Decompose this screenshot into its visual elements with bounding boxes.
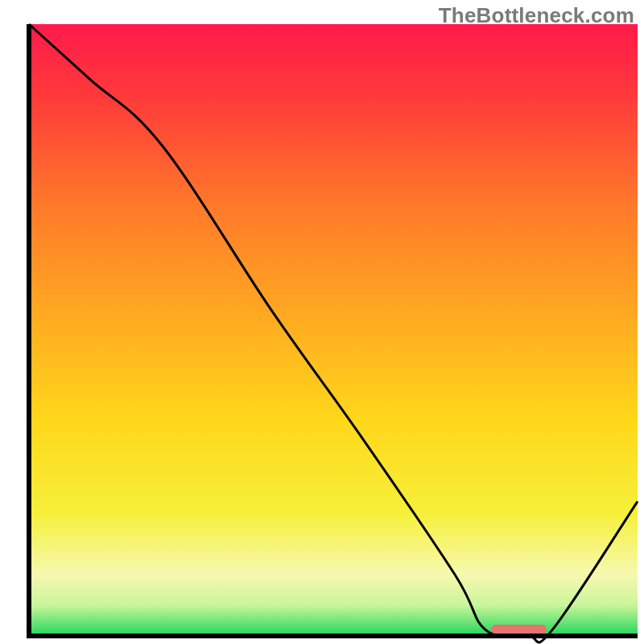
optimum-range-marker (492, 625, 547, 634)
chart-stage: TheBottleneck.com (0, 0, 644, 644)
heat-gradient-background (29, 24, 638, 636)
bottleneck-curve-chart (0, 0, 644, 644)
